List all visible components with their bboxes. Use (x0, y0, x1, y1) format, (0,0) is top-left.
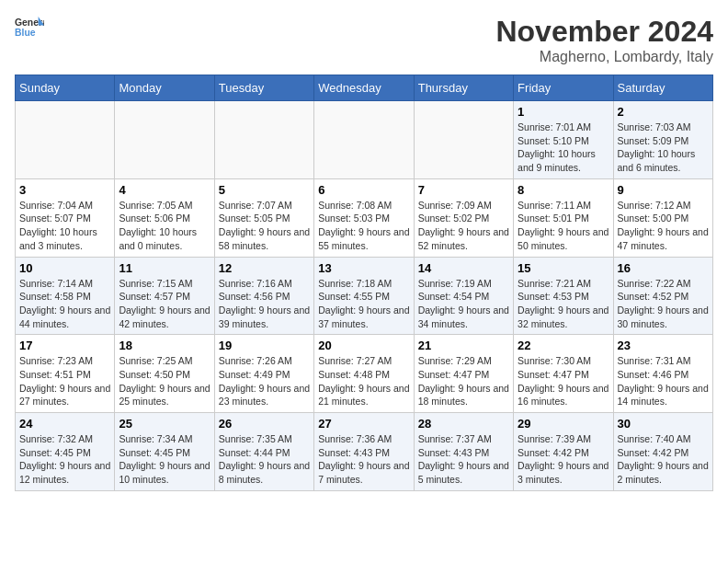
calendar-cell: 12Sunrise: 7:16 AM Sunset: 4:56 PM Dayli… (214, 257, 313, 335)
day-info: Sunrise: 7:18 AM Sunset: 4:55 PM Dayligh… (318, 277, 409, 331)
day-number: 26 (219, 417, 310, 431)
calendar-cell: 27Sunrise: 7:36 AM Sunset: 4:43 PM Dayli… (314, 413, 414, 491)
day-info: Sunrise: 7:39 AM Sunset: 4:42 PM Dayligh… (518, 432, 609, 487)
day-info: Sunrise: 7:05 AM Sunset: 5:06 PM Dayligh… (119, 199, 210, 253)
day-number: 6 (318, 183, 409, 197)
day-info: Sunrise: 7:16 AM Sunset: 4:56 PM Dayligh… (219, 277, 310, 331)
calendar-cell: 9Sunrise: 7:12 AM Sunset: 5:00 PM Daylig… (613, 178, 712, 257)
day-number: 2 (618, 105, 709, 119)
day-info: Sunrise: 7:08 AM Sunset: 5:03 PM Dayligh… (318, 199, 409, 253)
day-info: Sunrise: 7:21 AM Sunset: 4:53 PM Dayligh… (518, 277, 609, 331)
calendar-cell (214, 101, 313, 179)
day-info: Sunrise: 7:12 AM Sunset: 5:00 PM Dayligh… (618, 199, 709, 253)
day-number: 10 (19, 261, 110, 275)
calendar-week-row: 24Sunrise: 7:32 AM Sunset: 4:45 PM Dayli… (16, 413, 713, 491)
day-number: 17 (19, 339, 110, 352)
day-info: Sunrise: 7:11 AM Sunset: 5:01 PM Dayligh… (518, 199, 609, 253)
day-info: Sunrise: 7:07 AM Sunset: 5:05 PM Dayligh… (219, 199, 310, 253)
day-number: 5 (219, 183, 310, 197)
day-number: 25 (119, 417, 210, 431)
calendar-cell: 19Sunrise: 7:26 AM Sunset: 4:49 PM Dayli… (214, 335, 313, 413)
day-info: Sunrise: 7:26 AM Sunset: 4:49 PM Dayligh… (219, 354, 310, 408)
day-number: 20 (318, 339, 409, 352)
calendar-cell: 7Sunrise: 7:09 AM Sunset: 5:02 PM Daylig… (414, 178, 513, 257)
day-number: 15 (518, 261, 609, 275)
day-number: 21 (418, 339, 509, 352)
day-info: Sunrise: 7:01 AM Sunset: 5:10 PM Dayligh… (518, 121, 609, 175)
day-info: Sunrise: 7:04 AM Sunset: 5:07 PM Dayligh… (19, 199, 110, 253)
calendar-cell (414, 101, 513, 179)
calendar-cell: 10Sunrise: 7:14 AM Sunset: 4:58 PM Dayli… (16, 257, 115, 335)
day-info: Sunrise: 7:35 AM Sunset: 4:44 PM Dayligh… (219, 432, 310, 487)
calendar-cell: 15Sunrise: 7:21 AM Sunset: 4:53 PM Dayli… (514, 257, 613, 335)
calendar-cell: 11Sunrise: 7:15 AM Sunset: 4:57 PM Dayli… (115, 257, 214, 335)
calendar-body: 1Sunrise: 7:01 AM Sunset: 5:10 PM Daylig… (16, 101, 713, 491)
day-info: Sunrise: 7:14 AM Sunset: 4:58 PM Dayligh… (19, 277, 110, 331)
day-number: 1 (518, 105, 609, 119)
calendar-cell (314, 101, 414, 179)
calendar-day-header: Thursday (414, 75, 513, 101)
calendar-cell: 8Sunrise: 7:11 AM Sunset: 5:01 PM Daylig… (514, 178, 613, 257)
day-number: 16 (618, 261, 709, 275)
day-info: Sunrise: 7:31 AM Sunset: 4:46 PM Dayligh… (618, 354, 709, 408)
calendar-cell: 24Sunrise: 7:32 AM Sunset: 4:45 PM Dayli… (16, 413, 115, 491)
day-number: 12 (219, 261, 310, 275)
day-info: Sunrise: 7:36 AM Sunset: 4:43 PM Dayligh… (318, 432, 409, 487)
day-info: Sunrise: 7:27 AM Sunset: 4:48 PM Dayligh… (318, 354, 409, 408)
day-info: Sunrise: 7:03 AM Sunset: 5:09 PM Dayligh… (618, 121, 709, 175)
day-number: 27 (318, 417, 409, 431)
day-info: Sunrise: 7:34 AM Sunset: 4:45 PM Dayligh… (119, 432, 210, 487)
day-number: 4 (119, 183, 210, 197)
calendar-cell: 28Sunrise: 7:37 AM Sunset: 4:43 PM Dayli… (414, 413, 513, 491)
day-info: Sunrise: 7:40 AM Sunset: 4:42 PM Dayligh… (618, 432, 709, 487)
day-number: 22 (518, 339, 609, 352)
location: Magherno, Lombardy, Italy (495, 49, 713, 65)
day-number: 30 (618, 417, 709, 431)
day-number: 14 (418, 261, 509, 275)
calendar-cell: 13Sunrise: 7:18 AM Sunset: 4:55 PM Dayli… (314, 257, 414, 335)
calendar-day-header: Saturday (613, 75, 712, 101)
calendar-day-header: Wednesday (314, 75, 414, 101)
title-area: November 2024 Magherno, Lombardy, Italy (495, 15, 713, 65)
calendar-cell: 18Sunrise: 7:25 AM Sunset: 4:50 PM Dayli… (115, 335, 214, 413)
day-number: 13 (318, 261, 409, 275)
day-number: 11 (119, 261, 210, 275)
calendar-cell: 14Sunrise: 7:19 AM Sunset: 4:54 PM Dayli… (414, 257, 513, 335)
calendar-day-header: Sunday (16, 75, 115, 101)
day-info: Sunrise: 7:23 AM Sunset: 4:51 PM Dayligh… (19, 354, 110, 408)
calendar-cell: 6Sunrise: 7:08 AM Sunset: 5:03 PM Daylig… (314, 178, 414, 257)
day-info: Sunrise: 7:29 AM Sunset: 4:47 PM Dayligh… (418, 354, 509, 408)
calendar-cell: 23Sunrise: 7:31 AM Sunset: 4:46 PM Dayli… (613, 335, 712, 413)
month-title: November 2024 (495, 15, 713, 49)
calendar-cell (115, 101, 214, 179)
calendar-cell: 3Sunrise: 7:04 AM Sunset: 5:07 PM Daylig… (16, 178, 115, 257)
calendar-table: SundayMondayTuesdayWednesdayThursdayFrid… (15, 75, 713, 491)
calendar-cell: 30Sunrise: 7:40 AM Sunset: 4:42 PM Dayli… (613, 413, 712, 491)
calendar-day-header: Tuesday (214, 75, 313, 101)
day-number: 18 (119, 339, 210, 352)
calendar-cell: 2Sunrise: 7:03 AM Sunset: 5:09 PM Daylig… (613, 101, 712, 179)
day-info: Sunrise: 7:25 AM Sunset: 4:50 PM Dayligh… (119, 354, 210, 408)
calendar-week-row: 3Sunrise: 7:04 AM Sunset: 5:07 PM Daylig… (16, 178, 713, 257)
calendar-cell: 5Sunrise: 7:07 AM Sunset: 5:05 PM Daylig… (214, 178, 313, 257)
day-number: 29 (518, 417, 609, 431)
day-info: Sunrise: 7:30 AM Sunset: 4:47 PM Dayligh… (518, 354, 609, 408)
calendar-header-row: SundayMondayTuesdayWednesdayThursdayFrid… (16, 75, 713, 101)
day-info: Sunrise: 7:19 AM Sunset: 4:54 PM Dayligh… (418, 277, 509, 331)
calendar-cell: 1Sunrise: 7:01 AM Sunset: 5:10 PM Daylig… (514, 101, 613, 179)
day-number: 8 (518, 183, 609, 197)
calendar-day-header: Friday (514, 75, 613, 101)
svg-text:Blue: Blue (15, 28, 36, 38)
day-info: Sunrise: 7:22 AM Sunset: 4:52 PM Dayligh… (618, 277, 709, 331)
header: General Blue November 2024 Magherno, Lom… (15, 15, 713, 65)
day-info: Sunrise: 7:09 AM Sunset: 5:02 PM Dayligh… (418, 199, 509, 253)
calendar-cell: 16Sunrise: 7:22 AM Sunset: 4:52 PM Dayli… (613, 257, 712, 335)
calendar-cell: 29Sunrise: 7:39 AM Sunset: 4:42 PM Dayli… (514, 413, 613, 491)
calendar-day-header: Monday (115, 75, 214, 101)
logo-icon: General Blue (15, 15, 44, 40)
calendar-week-row: 17Sunrise: 7:23 AM Sunset: 4:51 PM Dayli… (16, 335, 713, 413)
calendar-cell: 21Sunrise: 7:29 AM Sunset: 4:47 PM Dayli… (414, 335, 513, 413)
day-info: Sunrise: 7:37 AM Sunset: 4:43 PM Dayligh… (418, 432, 509, 487)
logo: General Blue (15, 15, 44, 40)
day-number: 23 (618, 339, 709, 352)
